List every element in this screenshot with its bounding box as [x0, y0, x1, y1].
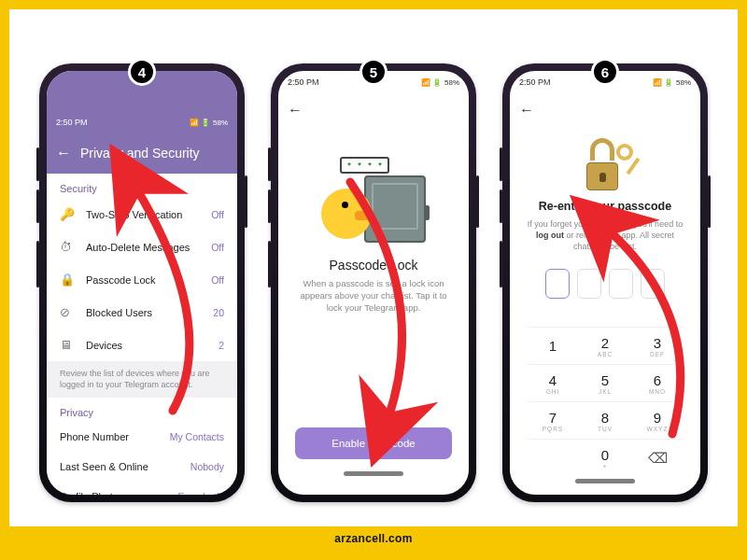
reenter-body: Re-enter your passcode If you forget you… [510, 127, 700, 495]
row-value: 2 [218, 340, 224, 351]
key-2[interactable]: 2ABC [579, 327, 631, 364]
screen-reenter-passcode: 2:50 PM 📶 🔋 58% ← Re-enter your passcode… [510, 71, 700, 495]
header: ← [278, 93, 469, 127]
row-label: Passcode Lock [86, 274, 200, 286]
key-5[interactable]: 5JKL [579, 364, 631, 401]
screen-passcode-intro: 2:50 PM 📶 🔋 58% ← **** Passcode Lock [278, 71, 469, 495]
devices-note: Review the list of devices where you are… [47, 361, 237, 398]
key-backspace[interactable]: ⌫ [631, 439, 684, 476]
row-value: Off [211, 242, 224, 253]
row-label: Profile Photos [60, 491, 166, 495]
passcode-digit-3[interactable] [609, 269, 633, 299]
status-icons: 📶 🔋 58% [190, 119, 228, 127]
status-icons: 📶 🔋 58% [421, 78, 459, 87]
key-icon: 🔑 [60, 207, 75, 221]
row-label: Last Seen & Online [60, 461, 179, 472]
code-strip: **** [340, 157, 389, 174]
status-time: 2:50 PM [288, 77, 319, 87]
step-badge-4: 4 [128, 58, 156, 86]
passcode-digit-2[interactable] [577, 269, 601, 299]
row-value: Everybody [177, 491, 224, 495]
phone-mockup-4: 4 2:50 PM 📶 🔋 58% 2:50 PM 📶 🔋 58% ← Priv… [39, 63, 245, 502]
brand-footer: arzancell.com [9, 526, 738, 551]
row-value: Nobody [190, 461, 224, 472]
phone-mockup-5: 5 2:50 PM 📶 🔋 58% ← **** [271, 63, 476, 502]
row-label: Blocked Users [86, 307, 202, 318]
passcode-illustration: **** [317, 159, 430, 243]
key-6[interactable]: 6MNO [631, 364, 684, 401]
row-value: Off [211, 209, 224, 220]
header-bar: ← Privacy and Security [47, 133, 237, 174]
key-8[interactable]: 8TUV [579, 401, 631, 439]
status-time: 2:50 PM [519, 77, 551, 87]
key-0[interactable]: 0+ [579, 439, 631, 476]
screen-privacy-security: 2:50 PM 📶 🔋 58% 2:50 PM 📶 🔋 58% ← Privac… [47, 71, 237, 495]
key-blank: . [527, 439, 579, 476]
header: ← [510, 93, 700, 127]
row-phone-number[interactable]: Phone Number My Contacts [47, 422, 237, 452]
passcode-input-boxes[interactable] [545, 269, 665, 299]
status-bar: 2:50 PM 📶 🔋 58% [47, 112, 237, 133]
key-7[interactable]: 7PQRS [527, 401, 579, 439]
row-auto-delete[interactable]: ⏱ Auto-Delete Messages Off [47, 231, 237, 263]
row-blocked-users[interactable]: ⊘ Blocked Users 20 [47, 296, 237, 329]
enable-passcode-button[interactable]: Enable Passcode [295, 427, 452, 459]
timer-icon: ⏱ [60, 240, 75, 254]
row-passcode-lock[interactable]: 🔒 Passcode Lock Off [47, 263, 237, 296]
phone-mockup-6: 6 2:50 PM 📶 🔋 58% ← Re-enter your passco… [502, 63, 708, 502]
numeric-keypad: 1 2ABC 3DEF 4GHI 5JKL 6MNO 7PQRS 8TUV 9W… [527, 327, 684, 476]
phones-row: 4 2:50 PM 📶 🔋 58% 2:50 PM 📶 🔋 58% ← Priv… [39, 63, 708, 502]
step-badge-6: 6 [591, 58, 619, 86]
back-icon[interactable]: ← [56, 145, 69, 161]
key-1[interactable]: 1 [527, 327, 579, 364]
step-badge-5: 5 [359, 58, 388, 86]
reenter-subtitle: If you forget your passcode, you'll need… [527, 218, 684, 252]
status-icons: 📶 🔋 58% [653, 78, 691, 87]
section-security-label: Security [47, 174, 237, 198]
lock-icon: 🔒 [60, 273, 75, 287]
row-label: Auto-Delete Messages [86, 242, 200, 253]
row-label: Devices [86, 340, 207, 351]
row-devices[interactable]: 🖥 Devices 2 [47, 329, 237, 361]
reenter-title: Re-enter your passcode [539, 200, 671, 213]
row-value: 20 [213, 307, 224, 318]
padlock-key-icon [579, 138, 631, 190]
passcode-digit-4[interactable] [641, 269, 665, 299]
header-title: Privacy and Security [80, 146, 200, 161]
key-9[interactable]: 9WXYZ [631, 401, 684, 439]
tutorial-canvas: 4 2:50 PM 📶 🔋 58% 2:50 PM 📶 🔋 58% ← Priv… [0, 0, 747, 560]
devices-icon: 🖥 [60, 338, 75, 352]
passcode-title: Passcode Lock [330, 258, 418, 273]
settings-list: Security 🔑 Two-Step Verification Off ⏱ A… [47, 174, 237, 495]
back-icon[interactable]: ← [519, 102, 534, 119]
key-4[interactable]: 4GHI [527, 364, 579, 401]
passcode-digit-1[interactable] [545, 269, 570, 299]
section-privacy-label: Privacy [47, 398, 237, 422]
status-time: 2:50 PM [56, 118, 88, 127]
blocked-icon: ⊘ [60, 305, 75, 319]
row-two-step[interactable]: 🔑 Two-Step Verification Off [47, 198, 237, 231]
row-label: Two-Step Verification [86, 209, 200, 220]
safe-icon [364, 175, 426, 243]
row-label: Phone Number [60, 431, 159, 442]
home-indicator [344, 471, 403, 476]
row-last-seen[interactable]: Last Seen & Online Nobody [47, 452, 237, 482]
key-3[interactable]: 3DEF [631, 327, 684, 364]
row-profile-photos[interactable]: Profile Photos Everybody [47, 482, 237, 495]
home-indicator [575, 479, 635, 483]
row-value: My Contacts [170, 431, 224, 442]
row-value: Off [211, 274, 224, 286]
backspace-icon: ⌫ [648, 450, 668, 467]
duck-icon [321, 189, 372, 239]
passcode-subtitle: When a passcode is set, a lock icon appe… [295, 278, 452, 314]
back-icon[interactable]: ← [288, 102, 303, 119]
passcode-intro-body: **** Passcode Lock When a passcode is se… [278, 127, 469, 495]
